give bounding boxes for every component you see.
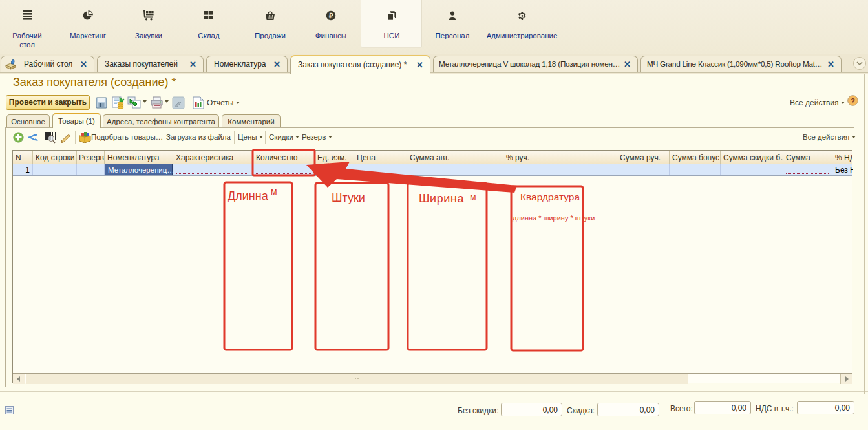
- svg-text:Длинна: Длинна: [228, 189, 269, 202]
- svg-text:Ширина: Ширина: [419, 192, 465, 205]
- svg-text:Квардратура: Квардратура: [520, 191, 580, 202]
- svg-text:длинна * ширину * штуки: длинна * ширину * штуки: [513, 214, 595, 222]
- svg-text:м: м: [470, 191, 476, 202]
- svg-text:Штуки: Штуки: [332, 191, 365, 204]
- svg-text:м: м: [271, 186, 277, 197]
